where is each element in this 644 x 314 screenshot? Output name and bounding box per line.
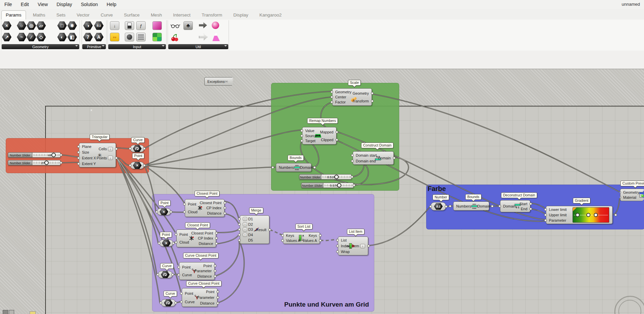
point-param-2[interactable]: ×	[157, 208, 171, 215]
graft-icon[interactable]	[243, 222, 247, 226]
spiral-icon[interactable]: ◎	[27, 21, 36, 30]
port-end[interactable]: End	[521, 207, 527, 211]
slider-knob[interactable]	[337, 183, 342, 188]
port-cp-index[interactable]: CP Index	[206, 206, 222, 210]
sort-list-component[interactable]: Keys Values A A↓Z Keys Values A	[283, 232, 320, 244]
number-param[interactable]: 0.1	[431, 202, 446, 211]
port-plane[interactable]: Plane	[82, 145, 96, 149]
slider-track[interactable]: 27	[32, 160, 61, 165]
graft-icon[interactable]	[243, 217, 247, 221]
number-icon[interactable]: 0.1	[94, 21, 104, 30]
scribble-icon[interactable]: ∾	[110, 33, 119, 41]
number-slider-icon[interactable]: ↓	[110, 21, 119, 30]
gradient-icon[interactable]	[152, 21, 162, 30]
number-slider-x[interactable]: Number Slider 44	[8, 152, 61, 158]
port-transform-out[interactable]: Transform	[352, 99, 369, 103]
curve-icon[interactable]: ~	[17, 33, 26, 41]
port-center[interactable]: Center	[335, 95, 351, 99]
port-points[interactable]: Points	[96, 156, 113, 160]
port-point[interactable]: Point	[185, 291, 195, 295]
menu-edit[interactable]: Edit	[17, 2, 33, 7]
port-wrap[interactable]: Wrap	[341, 250, 350, 254]
status-widget-icon[interactable]	[9, 310, 14, 314]
curve-param[interactable]	[130, 145, 144, 152]
point-param[interactable]: ×	[130, 162, 144, 169]
port-keys-out[interactable]: Keys	[309, 233, 317, 238]
port-closest-point[interactable]: Closest Point	[200, 201, 222, 205]
port-d3[interactable]: D3	[243, 227, 253, 231]
mesh-icon[interactable]: ❄	[67, 21, 77, 30]
gradient-grip[interactable]	[586, 213, 590, 217]
graph-mapper-icon[interactable]: ƒ	[136, 21, 146, 30]
port-curve[interactable]: Curve	[182, 273, 192, 277]
tab-maths[interactable]: Maths	[29, 11, 50, 20]
slider-knob[interactable]	[334, 175, 339, 179]
port-cloud[interactable]: Cloud	[188, 210, 198, 214]
port-cells[interactable]: Cells	[99, 147, 113, 151]
tab-kangaroo2[interactable]: Kangaroo2	[255, 11, 286, 20]
tree-icon[interactable]: ♣	[183, 21, 193, 30]
port-domain[interactable]: Domain	[477, 204, 490, 208]
line-icon[interactable]: ∕	[27, 33, 36, 41]
port-d4[interactable]: D4	[243, 233, 253, 237]
deconstruct-domain-component[interactable]: Domain 0 1 Start End	[500, 200, 530, 212]
port-curve[interactable]: Curve	[185, 300, 195, 304]
port-value[interactable]: Value	[305, 129, 317, 133]
curve-param-3[interactable]	[161, 299, 176, 307]
list-item-component[interactable]: List Index Wrap N Item	[338, 237, 368, 255]
remap-numbers-component[interactable]: Value Source Target Mapped Clipped	[302, 127, 336, 145]
ellipse-icon[interactable]: ○	[17, 21, 26, 30]
cylinder-icon[interactable]: ◐	[57, 33, 67, 41]
port-keys[interactable]: Keys	[286, 233, 300, 238]
closest-point-component-1[interactable]: Point Cloud Closest Point CP Index Dista…	[185, 199, 225, 217]
flatten-icon[interactable]	[108, 147, 113, 151]
port-domain[interactable]: Domain	[300, 165, 313, 169]
port-clipped[interactable]: Clipped	[321, 138, 333, 142]
port-domain-end[interactable]: Domain end	[356, 159, 377, 163]
menu-view[interactable]: View	[33, 2, 52, 7]
gradient-grip[interactable]	[576, 213, 580, 217]
group-label-geometry[interactable]: Geometry	[2, 44, 79, 49]
port-start[interactable]: Start	[520, 202, 527, 206]
galapagos-cherries-icon[interactable]	[171, 34, 179, 44]
tab-surface[interactable]: Surface	[120, 11, 144, 20]
box-icon[interactable]: □	[57, 21, 67, 30]
tab-display[interactable]: Display	[229, 11, 252, 20]
gradient-component[interactable]: Lower limit Upper limit Parameter	[546, 206, 613, 224]
menu-help[interactable]: Help	[102, 2, 121, 7]
port-geometry[interactable]: Geometry	[623, 190, 639, 194]
tab-params[interactable]: Params	[1, 10, 26, 20]
port-lower-limit[interactable]: Lower limit	[549, 208, 567, 212]
gradient-bar[interactable]	[573, 207, 609, 223]
port-item[interactable]: Item	[352, 244, 365, 248]
brep-icon[interactable]: ◧	[67, 33, 77, 41]
plane-icon[interactable]: ▱	[36, 21, 46, 30]
port-point[interactable]: Point	[179, 232, 189, 237]
tab-curve[interactable]: Curve	[97, 11, 117, 20]
port-domain-start[interactable]: Domain start	[356, 153, 377, 157]
port-values-a[interactable]: Values A	[286, 239, 300, 243]
port-point-out[interactable]: Point	[206, 290, 214, 294]
curve-param-2[interactable]	[158, 271, 173, 278]
port-mapped[interactable]: Mapped	[320, 130, 333, 134]
port-cp-index[interactable]: CP Index	[198, 236, 213, 240]
status-widget-icon[interactable]	[3, 310, 8, 314]
port-index[interactable]: Index	[341, 244, 350, 248]
scale-component[interactable]: Geometry Center Factor Geometry Transfor…	[332, 88, 372, 106]
tab-sets[interactable]: Sets	[52, 11, 69, 20]
tab-intersect[interactable]: Intersect	[169, 11, 195, 20]
port-d2[interactable]: D2	[243, 222, 253, 226]
number-slider-a[interactable]: Number Slider 0.516	[299, 174, 352, 180]
port-parameter[interactable]: Parameter	[195, 269, 212, 273]
tab-transform[interactable]: Transform	[198, 11, 226, 20]
bounds-component-2[interactable]: Numbers minmax Domain	[453, 201, 489, 211]
slider-track[interactable]: 44	[32, 152, 61, 158]
flask-icon[interactable]	[212, 33, 220, 41]
slider-knob[interactable]	[44, 161, 49, 165]
exceptions-param[interactable]: Exceptions	[204, 77, 234, 86]
port-distance[interactable]: Distance	[197, 274, 212, 278]
group-label-util[interactable]: Util	[168, 44, 228, 49]
port-extent-y[interactable]: Extent Y	[82, 162, 96, 166]
graft-icon[interactable]	[243, 227, 247, 231]
port-material[interactable]: Material	[623, 195, 639, 199]
